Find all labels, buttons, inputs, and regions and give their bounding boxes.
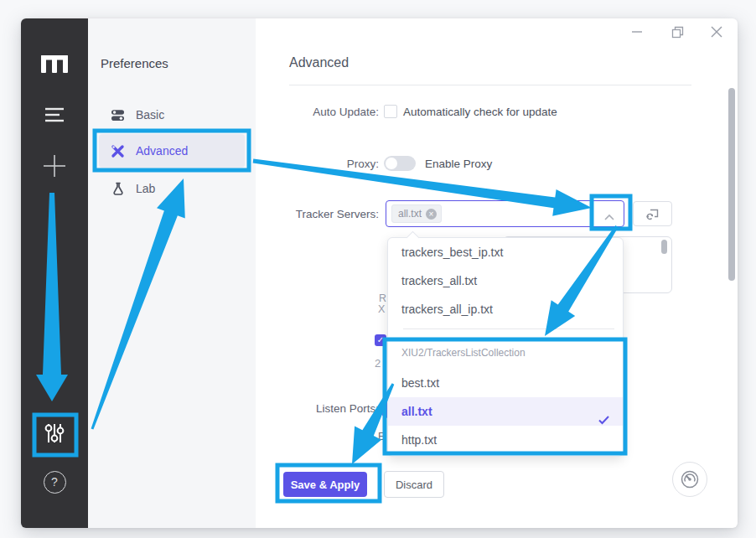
selected-tracker-tag: all.txt ×: [391, 204, 442, 223]
tag-close-icon[interactable]: ×: [426, 209, 437, 220]
dropdown-option[interactable]: trackers_best_ip.txt: [388, 238, 623, 266]
app-window: ? Preferences Basic: [21, 18, 738, 528]
clipped-text: E: [378, 430, 386, 442]
save-apply-button[interactable]: Save & Apply: [283, 472, 367, 497]
tracker-select-dropdown: trackers_best_ip.txt trackers_all.txt tr…: [387, 237, 624, 457]
dropdown-option[interactable]: best.txt: [388, 369, 623, 397]
nav-item-basic[interactable]: Basic: [99, 99, 245, 131]
auto-update-text[interactable]: Automatically check for update: [403, 106, 557, 118]
clipped-text: R: [379, 292, 386, 304]
option-label: all.txt: [401, 405, 432, 418]
nav-item-lab[interactable]: Lab: [99, 173, 245, 204]
page-title: Advanced: [289, 55, 349, 70]
preferences-nav: Preferences Basic: [88, 18, 256, 528]
add-task-icon[interactable]: [21, 153, 88, 179]
nav-item-label: Lab: [136, 182, 155, 195]
clipped-text: X: [378, 303, 385, 315]
preferences-icon[interactable]: [21, 419, 88, 447]
speedometer-button[interactable]: [672, 462, 707, 497]
dropdown-option[interactable]: http.txt: [388, 426, 623, 454]
speedometer-icon: [680, 469, 700, 489]
tag-label: all.txt: [398, 208, 422, 220]
auto-update-checkbox[interactable]: [384, 105, 397, 118]
dropdown-group-label: XIU2/TrackersListCollection: [401, 347, 526, 359]
app-sidebar: ?: [21, 18, 88, 528]
title-divider: [289, 85, 691, 85]
basic-icon: [111, 108, 125, 122]
dropdown-option[interactable]: trackers_all_ip.txt: [388, 295, 623, 323]
main-scrollbar[interactable]: [728, 88, 735, 281]
chevron-up-icon[interactable]: [603, 210, 615, 225]
screenshot-root: ? Preferences Basic: [0, 0, 756, 538]
task-list-icon[interactable]: [21, 102, 88, 127]
proxy-label: Proxy:: [256, 158, 379, 170]
tracker-servers-label: Tracker Servers:: [256, 208, 379, 220]
discard-button[interactable]: Discard: [384, 471, 444, 498]
tracker-servers-select[interactable]: all.txt ×: [386, 200, 624, 227]
dropdown-option[interactable]: trackers_all.txt: [388, 266, 623, 295]
dropdown-divider: [403, 328, 614, 329]
help-glyph: ?: [51, 475, 58, 489]
preferences-title: Preferences: [101, 56, 168, 70]
sync-tracker-list-icon: [645, 208, 660, 220]
advanced-icon: [111, 144, 125, 158]
auto-update-label: Auto Update:: [256, 106, 379, 118]
app-logo-icon: [21, 49, 88, 79]
toggle-knob: [386, 158, 397, 169]
clipped-text: 2: [375, 357, 381, 370]
nav-item-label: Advanced: [136, 144, 188, 158]
nav-item-label: Basic: [136, 108, 164, 122]
dropdown-option-selected[interactable]: all.txt: [388, 397, 623, 426]
clipped-checkbox[interactable]: ✓: [375, 334, 386, 346]
advanced-panel: Advanced Auto Update: Automatically chec…: [256, 18, 738, 528]
listen-ports-label: Listen Ports:: [256, 402, 379, 415]
nav-item-advanced[interactable]: Advanced: [99, 134, 245, 168]
proxy-text: Enable Proxy: [425, 158, 492, 170]
proxy-toggle[interactable]: [384, 156, 416, 171]
help-icon[interactable]: ?: [21, 469, 88, 494]
sync-tracker-list-button[interactable]: [633, 201, 672, 226]
textarea-scrollbar[interactable]: [661, 240, 667, 254]
lab-icon: [111, 182, 125, 196]
